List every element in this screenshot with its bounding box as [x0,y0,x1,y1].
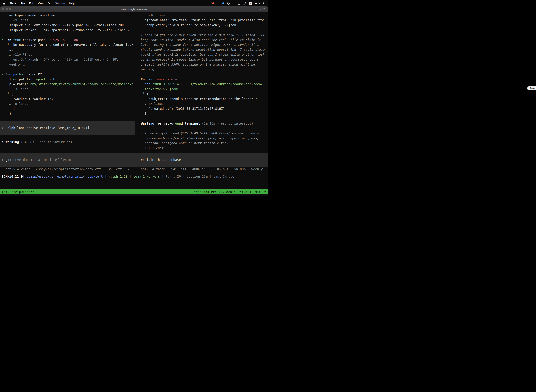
input-source-icon[interactable]: A [249,2,252,5]
omx-session-statusline: [OMX#0.11.9] cczip/essay/ai-reimplementa… [0,174,268,179]
window-shortcut-hint: ⌥⌘1 [259,6,266,12]
left-pane-input-area[interactable]: › Improve documentation in @filename gpt… [0,153,135,172]
tmux-host-and-clock: "MacBook-Pro-44.local" 05:03 31-Mar-26 [194,190,266,194]
menu-go[interactable]: Go [48,2,51,5]
macos-menubar: Slack File Edit View Go Window Help 61 A [0,0,268,6]
minimize-button[interactable] [6,8,8,10]
apple-icon [3,2,5,5]
menu-file[interactable]: File [21,2,25,5]
menu-view[interactable]: View [38,2,43,5]
tmux-session-label: [omx-cczip0:bash* [2,190,34,194]
horizontal-pane-border [0,172,268,172]
dots-grid-icon[interactable] [233,2,235,5]
apple-menu[interactable] [3,2,5,5]
tmux-status-bar: [omx-cczip0:bash* "MacBook-Pro-44.local"… [0,189,268,194]
menubar-app-name[interactable]: Slack [10,2,16,5]
window-tiles-icon[interactable] [217,2,219,5]
close-button[interactable] [2,8,4,10]
zoom-button[interactable] [9,8,11,10]
window-titlebar[interactable]: omx --xhigh --madmax ⌥⌘1 [0,6,268,12]
right-pane-content: … +16 lines '{"team_name":"my-team","tas… [135,13,268,150]
wifi-icon[interactable] [262,2,265,5]
right-pane-input-area[interactable]: › Explain this codebase gpt-5.4 xhigh · … [135,153,268,172]
screen-recording-icon[interactable] [211,2,214,5]
terminal-window: omx --xhigh --madmax ⌥⌘1 workspace_mode:… [0,6,268,196]
menu-edit[interactable]: Edit [29,2,34,5]
circle-app-icon[interactable] [227,2,230,5]
right-terminal-pane[interactable]: … +16 lines '{"team_name":"my-team","tas… [135,12,268,172]
tmux-panes: workspace_mode: worktree … +9 lines insp… [0,12,268,172]
droplet-icon[interactable] [222,2,225,5]
left-pane-content: workspace_mode: worktree … +9 lines insp… [0,13,135,145]
menu-window[interactable]: Window [56,2,65,5]
battery-icon[interactable] [255,2,259,4]
window-title: omx --xhigh --madmax [121,8,147,10]
menu-help[interactable]: Help [69,2,75,5]
percent-ring-icon[interactable]: 61 [243,2,246,5]
phone-icon[interactable] [238,2,240,5]
left-terminal-pane[interactable]: workspace_mode: worktree … +9 lines insp… [0,12,135,172]
